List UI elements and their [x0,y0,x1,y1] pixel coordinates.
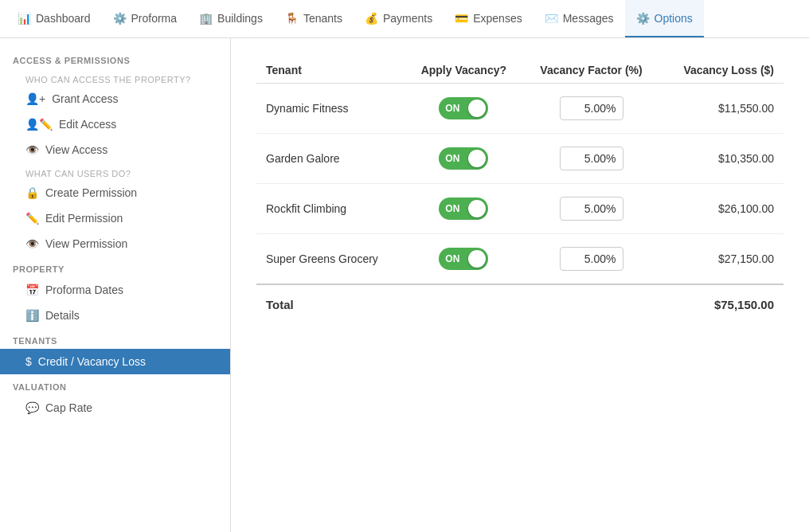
toggle-cell: ON [404,134,522,184]
factor-cell [523,84,660,134]
sidebar-item-details[interactable]: ℹ️ Details [0,303,230,328]
options-icon: ⚙️ [636,12,650,25]
nav-options[interactable]: ⚙️ Options [625,0,704,37]
page-layout: Access & Permissions Who Can Access The … [0,38,809,532]
section-tenants: Tenants [0,328,230,349]
toggle-label: ON [445,203,459,214]
nav-dashboard[interactable]: 📊 Dashboard [6,0,102,37]
table-row: Super Greens GroceryON$27,150.00 [256,234,784,285]
total-empty-2 [523,284,660,324]
sidebar-item-grant-access[interactable]: 👤+ Grant Access [0,86,230,111]
nav-buildings[interactable]: 🏢 Buildings [188,0,274,37]
toggle-knob [468,250,486,268]
who-access-label: Who Can Access The Property? [0,68,230,86]
sidebar-item-cap-rate[interactable]: 💬 Cap Rate [0,395,230,421]
sidebar-item-view-access[interactable]: 👁️ View Access [0,137,230,162]
total-value: $75,150.00 [660,284,784,324]
vacancy-toggle[interactable]: ON [439,198,488,220]
tenant-name: Super Greens Grocery [256,234,404,285]
factor-cell [523,184,660,234]
proforma-icon: ⚙️ [113,12,127,25]
vacancy-toggle[interactable]: ON [439,248,488,270]
view-access-icon: 👁️ [25,143,39,156]
grant-access-icon: 👤+ [25,92,45,105]
view-permission-icon: 👁️ [25,237,39,250]
toggle-label: ON [445,103,459,114]
factor-input[interactable] [560,247,623,271]
edit-access-icon: 👤✏️ [25,118,53,131]
factor-input[interactable] [560,96,623,120]
factor-input[interactable] [560,197,623,221]
top-navigation: 📊 Dashboard ⚙️ Proforma 🏢 Buildings 🪑 Te… [0,0,809,38]
total-empty-1 [404,284,522,324]
toggle-cell: ON [404,84,522,134]
total-label: Total [256,284,404,324]
loss-value: $27,150.00 [660,234,784,285]
sidebar-item-credit-vacancy-loss[interactable]: $ Credit / Vacancy Loss [0,349,230,374]
nav-payments[interactable]: 💰 Payments [354,0,444,37]
payments-icon: 💰 [365,12,378,25]
section-property: Property [0,256,230,277]
loss-value: $10,350.00 [660,134,784,184]
credit-vacancy-icon: $ [25,355,32,368]
col-vacancy-loss: Vacancy Loss ($) [660,57,784,84]
what-users-do-label: What Can Users Do? [0,162,230,180]
nav-proforma[interactable]: ⚙️ Proforma [102,0,189,37]
factor-cell [523,234,660,285]
vacancy-toggle[interactable]: ON [439,97,488,119]
sidebar-item-edit-access[interactable]: 👤✏️ Edit Access [0,111,230,137]
vacancy-toggle[interactable]: ON [439,147,488,170]
tenant-name: Rockfit Climbing [256,184,404,234]
proforma-dates-icon: 📅 [25,284,39,296]
expenses-icon: 💳 [455,12,468,25]
tenants-icon: 🪑 [285,12,299,25]
buildings-icon: 🏢 [199,12,213,25]
tenant-name: Dynamic Fitness [256,84,404,134]
total-row: Total$75,150.00 [256,284,784,324]
nav-expenses[interactable]: 💳 Expenses [444,0,533,37]
loss-value: $11,550.00 [660,84,784,134]
toggle-cell: ON [404,234,522,285]
sidebar-item-create-permission[interactable]: 🔒 Create Permission [0,180,230,205]
toggle-label: ON [445,153,459,164]
section-valuation: Valuation [0,374,230,395]
nav-tenants[interactable]: 🪑 Tenants [274,0,354,37]
factor-input[interactable] [560,147,623,170]
messages-icon: ✉️ [545,12,558,25]
col-tenant: Tenant [256,57,404,84]
toggle-knob [468,100,486,117]
section-access-permissions: Access & Permissions [0,48,230,68]
sidebar-item-proforma-dates[interactable]: 📅 Proforma Dates [0,277,230,303]
create-permission-icon: 🔒 [25,186,39,199]
col-vacancy-factor: Vacancy Factor (%) [523,57,660,84]
toggle-knob [468,150,486,167]
vacancy-table: Tenant Apply Vacancy? Vacancy Factor (%)… [256,57,784,324]
details-icon: ℹ️ [25,309,39,322]
main-content: Tenant Apply Vacancy? Vacancy Factor (%)… [231,38,809,532]
table-row: Rockfit ClimbingON$26,100.00 [256,184,784,234]
toggle-label: ON [445,253,459,264]
sidebar-item-view-permission[interactable]: 👁️ View Permission [0,231,230,256]
table-row: Garden GaloreON$10,350.00 [256,134,784,184]
tenant-name: Garden Galore [256,134,404,184]
table-row: Dynamic FitnessON$11,550.00 [256,84,784,134]
dashboard-icon: 📊 [18,12,31,25]
loss-value: $26,100.00 [660,184,784,234]
sidebar-item-edit-permission[interactable]: ✏️ Edit Permission [0,205,230,231]
toggle-cell: ON [404,184,522,234]
factor-cell [523,134,660,184]
col-apply-vacancy: Apply Vacancy? [404,57,522,84]
sidebar: Access & Permissions Who Can Access The … [0,38,231,532]
toggle-knob [468,200,486,217]
nav-messages[interactable]: ✉️ Messages [533,0,625,37]
edit-permission-icon: ✏️ [25,212,39,225]
cap-rate-icon: 💬 [25,401,39,414]
